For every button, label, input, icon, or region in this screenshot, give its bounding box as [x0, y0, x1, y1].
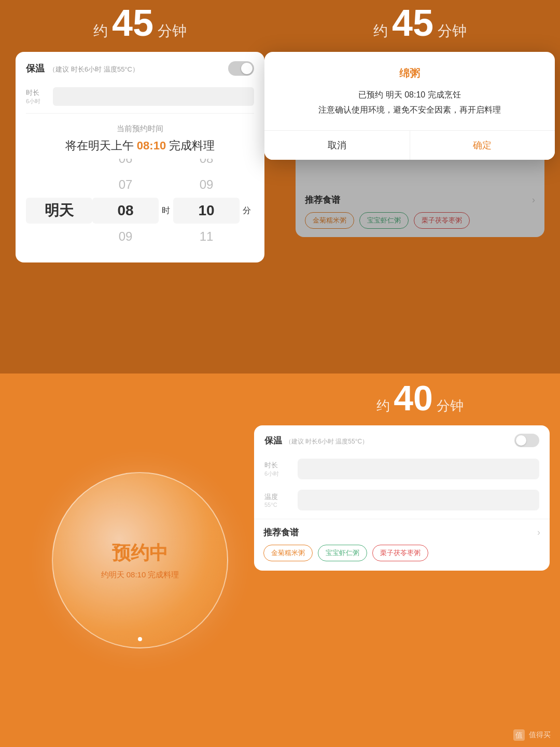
recipe-title-tr: 推荐食谱 [305, 194, 340, 206]
picker-day-col[interactable]: 明天 [26, 159, 92, 262]
current-time-value: 将在明天上午 08:10 完成料理 [26, 138, 254, 154]
current-time-title: 当前预约时间 [26, 124, 254, 134]
cancel-button[interactable]: 取消 [264, 131, 410, 160]
big-time-top-right: 约 45 分钟 [280, 0, 560, 42]
duration-label: 时长 [26, 88, 47, 98]
circle-dot [138, 637, 142, 641]
dialog-title: 绵粥 [264, 52, 555, 88]
baowen-title-br: 保温 [264, 435, 282, 447]
picker-day-1 [26, 172, 92, 198]
recipe-tags-br: 金菊糯米粥 宝宝虾仁粥 栗子茯苓枣粥 [263, 545, 540, 561]
temp-label-br: 温度 [264, 492, 290, 502]
picker-min-0: 08 [173, 159, 240, 172]
time-picker[interactable]: 明天 06 07 08 09 时 08 09 10 11 分 [16, 159, 264, 262]
recipe-section-br: 推荐食谱 › 金菊糯米粥 宝宝虾仁粥 栗子茯苓枣粥 [254, 519, 550, 566]
toggle-knob [241, 63, 253, 74]
confirmation-dialog: 绵粥 已预约 明天 08:10 完成烹饪 注意确认使用环境，避免不安全因素，再开… [264, 52, 555, 160]
recipe-tag-1-tr[interactable]: 宝宝虾仁粥 [359, 212, 409, 229]
toggle-off-knob-br [516, 435, 526, 446]
temp-bar-br[interactable] [298, 490, 539, 510]
watermark-text: 值得买 [529, 730, 551, 739]
picker-hour-3: 09 [92, 224, 159, 250]
duration-bar[interactable] [53, 87, 254, 106]
recipe-title-row-br[interactable]: 推荐食谱 › [263, 527, 540, 538]
recipe-arrow-tr: › [532, 195, 535, 205]
recipe-section-tr: 推荐食谱 › 金菊糯米粥 宝宝虾仁粥 栗子茯苓枣粥 [296, 187, 544, 237]
duration-label-group: 时长 6小时 [26, 88, 47, 105]
picker-min-4 [173, 250, 240, 262]
circle-area: 预约中 约明天 08:10 完成料理 [0, 399, 280, 721]
temp-sub-br: 55°C [264, 502, 290, 508]
dialog-body-line2: 注意确认使用环境，避免不安全因素，再开启料理 [280, 103, 539, 118]
baowen-row-br: 保温 （建议 时长6小时 温度55°C） [254, 425, 550, 453]
picker-day-2[interactable]: 明天 [26, 198, 92, 224]
duration-bar-br[interactable] [298, 459, 539, 479]
recipe-tags-tr: 金菊糯米粥 宝宝虾仁粥 栗子茯苓枣粥 [305, 212, 535, 229]
baowen-toggle-br[interactable] [514, 434, 539, 447]
recipe-title-br: 推荐食谱 [263, 527, 299, 538]
circle-sub: 约明天 08:10 完成料理 [101, 570, 179, 580]
confirm-button[interactable]: 确定 [410, 131, 555, 160]
recipe-tag-0-br[interactable]: 金菊糯米粥 [263, 545, 313, 561]
duration-label-br-wrap: 时长 6小时 [264, 461, 290, 478]
card-top-left: 保温 （建议 时长6小时 温度55°C） 时长 6小时 当前预约时间 将在明天上… [16, 52, 264, 262]
duration-row-br: 时长 6小时 [254, 453, 550, 485]
watermark: 值 值得买 [513, 729, 551, 741]
picker-hour-4 [92, 250, 159, 262]
recipe-arrow-br: › [537, 527, 540, 538]
picker-hour-1: 07 [92, 172, 159, 198]
baowen-left-br: 保温 （建议 时长6小时 温度55°C） [264, 435, 368, 447]
duration-sub-br: 6小时 [264, 470, 290, 478]
dialog-body-line1: 已预约 明天 08:10 完成烹饪 [280, 88, 539, 103]
duration-sub: 6小时 [26, 98, 47, 105]
baowen-title: 保温 [26, 63, 45, 74]
duration-row: 时长 6小时 [16, 83, 264, 113]
picker-min-3: 11 [173, 224, 240, 250]
dialog-actions: 取消 确定 [264, 131, 555, 160]
picker-min-2[interactable]: 10 [173, 198, 240, 224]
big-circle: 预约中 约明天 08:10 完成料理 [52, 472, 228, 648]
picker-hour-2[interactable]: 08 [92, 198, 159, 224]
picker-min-1: 09 [173, 172, 240, 198]
picker-min-col[interactable]: 08 09 10 11 [173, 159, 240, 262]
watermark-icon: 值 [513, 729, 525, 741]
card-bottom-right: 保温 （建议 时长6小时 温度55°C） 时长 6小时 温度 55°C 推荐食谱… [254, 425, 550, 571]
recipe-tag-2-br[interactable]: 栗子茯苓枣粥 [372, 545, 428, 561]
temp-label-br-wrap: 温度 55°C [264, 492, 290, 508]
recipe-title-row-tr: 推荐食谱 › [305, 194, 535, 206]
picker-hour-label: 时 [159, 205, 173, 216]
circle-title: 预约中 [112, 541, 168, 566]
recipe-tag-0-tr[interactable]: 金菊糯米粥 [305, 212, 354, 229]
current-time-section: 当前预约时间 将在明天上午 08:10 完成料理 [16, 114, 264, 159]
baowen-label-group: 保温 （建议 时长6小时 温度55°C） [26, 62, 139, 75]
baowen-header: 保温 （建议 时长6小时 温度55°C） [16, 52, 264, 83]
baowen-toggle[interactable] [228, 61, 254, 76]
picker-day-0 [26, 159, 92, 172]
bottom-mid-time: 约 40 分钟 [280, 374, 560, 418]
dialog-body: 已预约 明天 08:10 完成烹饪 注意确认使用环境，避免不安全因素，再开启料理 [264, 88, 555, 130]
temp-row-br: 温度 55°C [254, 485, 550, 516]
baowen-sub: （建议 时长6小时 温度55°C） [49, 65, 139, 73]
picker-hour-col[interactable]: 06 07 08 09 [92, 159, 159, 262]
big-time-top-left: 约 45 分钟 [0, 0, 280, 42]
picker-day-4 [26, 250, 92, 262]
recipe-tag-2-tr[interactable]: 栗子茯苓枣粥 [414, 212, 470, 229]
recipe-tag-1-br[interactable]: 宝宝虾仁粥 [318, 545, 367, 561]
picker-day-3 [26, 224, 92, 250]
picker-hour-0: 06 [92, 159, 159, 172]
baowen-sub-br: （建议 时长6小时 温度55°C） [285, 437, 368, 446]
duration-label-br: 时长 [264, 461, 290, 470]
picker-min-label: 分 [240, 205, 254, 216]
